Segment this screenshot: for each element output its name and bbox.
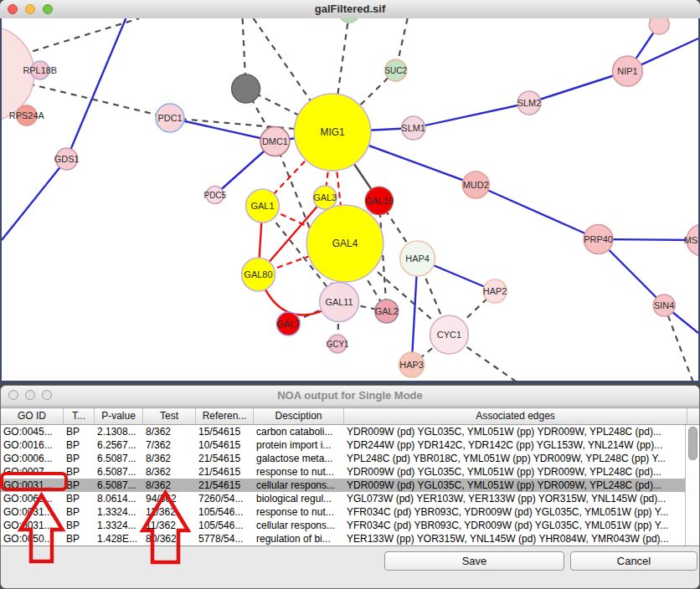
cell[interactable]: 8.0614... <box>95 492 143 505</box>
cell[interactable]: 21/54615 <box>196 465 254 479</box>
cell[interactable]: BP <box>64 438 95 452</box>
cell[interactable]: GO:0007... <box>1 465 64 479</box>
cell[interactable]: GO:0065... <box>1 492 64 505</box>
cell[interactable]: 8/362 <box>143 465 196 479</box>
cell[interactable]: YFR034C (pd) YBR093C, YDR009W (pd) YGL03… <box>344 505 687 519</box>
node-label-GAL4: GAL4 <box>332 238 358 249</box>
table-row[interactable]: GO:0031...BP1.3324...11/362105/546...cel… <box>1 519 687 532</box>
cell[interactable]: YER133W (pp) YOR315W, YNL145W (pd) YHR08… <box>344 532 687 545</box>
cell[interactable]: regulation of bi... <box>254 532 344 545</box>
cell[interactable]: GO:0031... <box>1 519 64 532</box>
column-header-4[interactable]: Test <box>143 408 196 424</box>
network-graph[interactable]: RPL18BRPS24AGDS1PDC1MIG1DMC1PDC5SUC2SLM1… <box>2 18 698 381</box>
node-label-GAL2: GAL2 <box>375 306 399 316</box>
edge-blue[interactable] <box>2 159 67 240</box>
cell[interactable]: BP <box>64 492 95 505</box>
node-greensliver[interactable] <box>339 18 359 23</box>
noa-window-titlebar[interactable]: NOA output for Single Mode <box>1 386 699 407</box>
cell[interactable]: YDR009W (pd) YGL035C, YML051W (pp) YDR00… <box>344 425 687 438</box>
table-row[interactable]: GO:0065...BP8.0614...94/3627260/54...bio… <box>1 492 687 505</box>
node-gray[interactable] <box>232 74 260 103</box>
cell[interactable]: BP <box>64 532 95 545</box>
cell[interactable]: YPL248C (pd) YBR018C, YML051W (pp) YDR00… <box>344 452 687 465</box>
table-row[interactable]: GO:0050...BP1.428E...80/3625778/54...reg… <box>1 532 687 545</box>
table-row[interactable]: GO:0045...BP2.1308...8/36215/54615carbon… <box>1 425 687 438</box>
edge-dash[interactable] <box>23 18 139 54</box>
cell[interactable]: 6.2567... <box>95 438 143 452</box>
cell[interactable]: BP <box>64 505 95 519</box>
cell[interactable]: BP <box>64 452 95 465</box>
cell[interactable]: YDR009W (pd) YGL035C, YML051W (pp) YDR00… <box>344 479 687 492</box>
cell[interactable]: 105/546... <box>196 519 254 532</box>
edge-blue[interactable] <box>476 185 598 239</box>
node-tr[interactable] <box>649 18 669 34</box>
cell[interactable]: response to nut... <box>254 505 344 519</box>
column-header-1[interactable]: GO ID <box>1 408 64 424</box>
vertical-scrollbar[interactable] <box>685 425 699 545</box>
cell[interactable]: galactose meta... <box>254 452 344 465</box>
cell[interactable]: GO:0045... <box>1 425 64 438</box>
column-header-5[interactable]: Referen... <box>196 408 254 424</box>
node-label-MIG1: MIG1 <box>321 126 346 138</box>
cell[interactable]: YFR034C (pd) YBR093C, YDR009W (pd) YGL03… <box>344 519 687 532</box>
cell[interactable]: response to nut... <box>254 465 344 479</box>
cell[interactable]: 6.5087... <box>95 465 143 479</box>
cell[interactable]: 21/54615 <box>196 479 254 492</box>
cell[interactable]: 7260/54... <box>196 492 254 505</box>
cell[interactable]: cellular respons... <box>254 519 344 532</box>
save-button[interactable]: Save <box>384 551 564 571</box>
network-window-titlebar[interactable]: galFiltered.sif <box>0 0 700 19</box>
table-row[interactable]: GO:0006...BP6.5087...8/36221/54615galact… <box>1 452 687 465</box>
cell[interactable]: GO:0031... <box>1 505 64 519</box>
table-row[interactable]: GO:0007...BP6.5087...8/36221/54615respon… <box>1 465 687 479</box>
edge-blue[interactable] <box>170 118 275 141</box>
cell[interactable]: 11/362 <box>143 519 196 532</box>
cell[interactable]: YDR009W (pd) YGL035C, YML051W (pp) YDR00… <box>344 465 687 479</box>
column-header-2[interactable]: T... <box>64 408 95 424</box>
cell[interactable]: cellular respons... <box>254 479 344 492</box>
table-row-selected[interactable]: GO:0031...BP6.5087...8/36221/54615cellul… <box>1 479 687 492</box>
cell[interactable]: 1.3324... <box>95 519 143 532</box>
edge-blue[interactable] <box>414 103 529 128</box>
cancel-button[interactable]: Cancel <box>570 551 697 571</box>
cell[interactable]: GO:0016... <box>1 438 64 452</box>
cell[interactable]: 105/546... <box>196 505 254 519</box>
network-canvas[interactable]: RPL18BRPS24AGDS1PDC1MIG1DMC1PDC5SUC2SLM1… <box>0 18 700 383</box>
cell[interactable]: GO:0006... <box>1 452 64 465</box>
cell[interactable]: GO:0050... <box>1 532 64 545</box>
column-header-6[interactable]: Desciption <box>254 408 344 424</box>
cell[interactable]: 5778/54... <box>196 532 254 545</box>
scrollbar-thumb[interactable] <box>688 427 697 460</box>
cell[interactable]: 15/54615 <box>196 425 254 438</box>
cell[interactable]: 10/54615 <box>196 438 254 452</box>
cell[interactable]: 94/362 <box>143 492 196 505</box>
cell[interactable]: 80/362 <box>143 532 196 545</box>
cell[interactable]: 8/362 <box>143 479 196 492</box>
edge-blue[interactable] <box>67 18 126 159</box>
cell[interactable]: carbon cataboli... <box>254 425 344 438</box>
cell[interactable]: 1.428E... <box>95 532 143 545</box>
cell[interactable]: GO:0031... <box>1 479 64 492</box>
column-header-7[interactable]: Associated edges <box>344 408 687 424</box>
cell[interactable]: protein import i... <box>254 438 344 452</box>
cell[interactable]: BP <box>64 465 95 479</box>
table-row[interactable]: GO:0016...BP6.2567...7/36210/54615protei… <box>1 438 687 452</box>
cell[interactable]: 2.1308... <box>95 425 143 438</box>
cell[interactable]: 11/362 <box>143 505 196 519</box>
cell[interactable]: 6.5087... <box>95 479 143 492</box>
column-header-3[interactable]: P-value <box>95 408 143 424</box>
cell[interactable]: 7/362 <box>143 438 196 452</box>
cell[interactable]: 21/54615 <box>196 452 254 465</box>
cell[interactable]: biological regul... <box>254 492 344 505</box>
cell[interactable]: BP <box>64 479 95 492</box>
cell[interactable]: 6.5087... <box>95 452 143 465</box>
cell[interactable]: 8/362 <box>143 452 196 465</box>
table-row[interactable]: GO:0031...BP1.3324...11/362105/546...res… <box>1 505 687 519</box>
cell[interactable]: BP <box>64 519 95 532</box>
node-label-PDC1: PDC1 <box>157 113 182 123</box>
cell[interactable]: 1.3324... <box>95 505 143 519</box>
cell[interactable]: 8/362 <box>143 425 196 438</box>
cell[interactable]: YDR244W (pp) YDR142C, YDR142C (pp) YGL15… <box>344 438 687 452</box>
cell[interactable]: YGL073W (pd) YER103W, YER133W (pp) YOR31… <box>344 492 687 505</box>
cell[interactable]: BP <box>64 425 95 438</box>
